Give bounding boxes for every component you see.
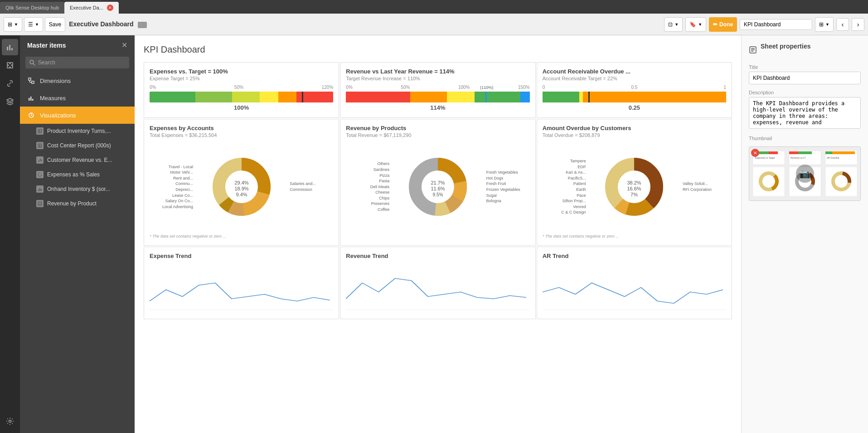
screen-button[interactable]: ⊡ ▼ [664,17,683,32]
svg-rect-11 [30,97,32,101]
thumbnail-close-icon[interactable]: ✕ [751,149,759,157]
sidebar-title: Master items [27,42,66,49]
gauge-value-0: 100% [150,104,333,111]
sheet-type-button[interactable]: ⊞ ▼ [815,17,834,32]
sheet-name-input[interactable] [740,19,812,30]
layers-icon-btn[interactable] [2,93,18,110]
chart-icon-btn[interactable] [2,39,18,55]
chart-note-5: * The data set contains negative or zero… [543,234,726,238]
svg-text:18.9%: 18.9% [234,186,248,191]
search-input[interactable] [38,59,126,66]
svg-rect-10 [29,98,30,101]
svg-text:Expenses vs Target: Expenses vs Target [755,156,775,159]
chart-title-2: Account Receivable Overdue ... [543,68,726,75]
title-label: Title [749,64,861,70]
chart-amount-overdue: Amount Overdue by Customers Total Overdu… [537,119,732,246]
svg-rect-29 [38,202,42,205]
screen-icon: ⊡ [668,21,673,28]
browser-tab-hub[interactable]: Qlik Sense Desktop hub [0,2,64,14]
chart-subtitle-1: Target Revenue Increase = 110% [346,76,529,81]
table-icon-0 [36,127,44,135]
donut-labels-right-3: Salaries and... Commission [288,181,333,192]
main-layout: Master items ✕ Dimensions Measures Visua… [0,35,868,433]
svg-point-24 [41,160,42,161]
prev-sheet-button[interactable]: ‹ [836,18,849,31]
svg-rect-1 [9,45,10,50]
description-label: Description [749,90,861,95]
svg-text:38.2%: 38.2% [627,180,641,185]
bookmark-button[interactable]: 🔖 ▼ [685,17,706,32]
apps-button[interactable]: ⊞ ▼ [4,17,22,32]
list-item-3[interactable]: Expenses as % Sales [20,167,135,182]
chart-ar-trend: AR Trend [537,247,732,319]
svg-rect-7 [32,81,34,83]
list-item-5[interactable]: Revenue by Product [20,196,135,211]
ar-trend-chart [543,260,726,310]
list-item-2[interactable]: Customer Revenue vs. E... [20,153,135,167]
sidebar-close-icon[interactable]: ✕ [121,41,127,49]
next-sheet-button[interactable]: › [852,18,864,31]
dashboard-title: KPI Dashboard [144,44,732,55]
svg-rect-28 [41,189,42,191]
list-item-1[interactable]: Cost Center Report (000s) [20,138,135,153]
sidebar-item-dimensions[interactable]: Dimensions [20,72,135,89]
chart-revenue-lastyear: Revenue vs Last Year Revenue = 114% Targ… [340,62,535,118]
puzzle-icon-btn[interactable] [2,57,18,73]
chart-grid: Expenses vs. Target = 100% Expense Targe… [144,62,732,319]
svg-text:7%: 7% [630,192,638,197]
bar-icon-4 [36,185,44,193]
settings-icon-btn[interactable] [2,413,18,429]
svg-text:9.4%: 9.4% [236,192,247,197]
chart-expenses-accounts: Expenses by Accounts Total Expenses = $3… [144,119,339,246]
dimensions-label: Dimensions [40,78,71,84]
list-item-0[interactable]: Product Inventory Turns,... [20,124,135,138]
search-icon [29,59,35,66]
measures-icon [27,94,35,102]
donut-labels-left-5: Tampere EDP Kari & As... PacificS... Pat… [543,158,588,215]
save-button[interactable]: Save [45,17,65,32]
chart-revenue-trend: Revenue Trend [340,247,535,319]
done-button[interactable]: ✏ Done [709,17,737,32]
app-title: Executive Dashboard [69,20,147,28]
sheet-properties-title: Sheet properties [761,43,810,50]
chart-subtitle-5: Total Overdue = $208,879 [543,132,726,138]
thumbnail-area: ✕ Expenses vs Target Revenue vs LY AR Ov [749,146,861,201]
svg-rect-80 [825,167,857,196]
svg-rect-68 [789,151,798,154]
title-input[interactable] [749,72,861,84]
svg-text:AR Overdue: AR Overdue [827,156,839,159]
list-item-4[interactable]: Onhand Inventory $ (sor... [20,182,135,196]
tab-close-icon[interactable]: ✕ [107,5,113,11]
chart-subtitle-0: Expense Target = 25% [150,76,333,81]
svg-rect-26 [38,190,39,191]
expense-trend-chart [150,260,333,310]
sheet-props-icon [749,46,757,54]
browser-tab-dashboard[interactable]: Executive Da... ✕ [64,2,119,14]
menu-icon: ☰ [28,21,33,28]
right-panel: Sheet properties Title Description The K… [741,35,868,433]
left-sidebar: Master items ✕ Dimensions Measures Visua… [20,35,135,433]
description-textarea[interactable]: The KPI Dashboard provides a high-level … [749,97,861,129]
apps-icon: ⊞ [8,21,12,28]
svg-rect-6 [29,78,31,80]
chart-title-5: Amount Overdue by Customers [543,125,726,131]
svg-text:11.6%: 11.6% [431,186,445,191]
chart-title-0: Expenses vs. Target = 100% [150,68,333,75]
apps-chevron: ▼ [14,22,18,27]
svg-line-5 [33,63,35,65]
link-icon-btn[interactable] [2,75,18,92]
svg-rect-64 [769,151,778,154]
pie-icon-3 [36,171,44,178]
chart-title-4: Revenue by Products [346,125,529,131]
menu-button[interactable]: ☰ ▼ [24,17,43,32]
gauge-value-1: 114% [346,104,529,111]
thumbnail-image[interactable]: ✕ Expenses vs Target Revenue vs LY AR Ov [749,146,861,201]
sidebar-item-measures[interactable]: Measures [20,89,135,107]
visualizations-label: Visualizations [40,112,76,119]
sidebar-item-visualizations[interactable]: Visualizations [20,107,135,124]
svg-point-4 [30,60,34,64]
chart-title-7: Revenue Trend [346,253,529,259]
svg-rect-27 [39,188,40,191]
svg-text:21.7%: 21.7% [431,180,445,185]
svg-rect-0 [7,47,8,50]
